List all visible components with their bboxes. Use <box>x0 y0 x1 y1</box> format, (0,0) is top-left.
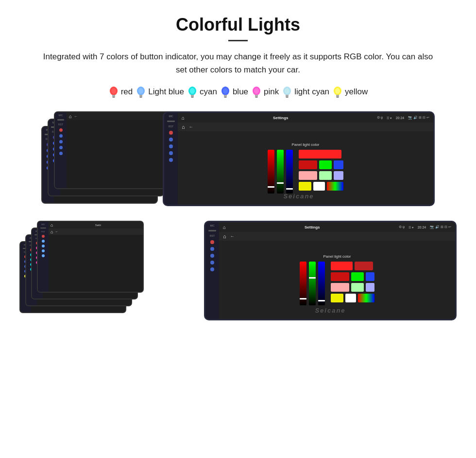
bulb-icon-blue <box>220 85 231 99</box>
svg-rect-19 <box>255 97 258 98</box>
panel-label-bottom: Panel light color <box>323 254 351 259</box>
svg-rect-22 <box>286 95 289 97</box>
stacked-device-3: MIC RST ⌂ ← <box>54 111 170 189</box>
color-label-lightcyan: light cyan <box>294 87 329 97</box>
svg-point-1 <box>111 88 116 94</box>
bottom-device-section: MIC RST ⌂ Setti ⌂ ← <box>19 221 457 320</box>
svg-rect-2 <box>112 95 115 97</box>
color-item-red: red <box>108 85 133 99</box>
bulb-icon-yellow <box>332 85 343 99</box>
watermark-bottom: Seicane <box>315 307 345 314</box>
color-item-pink: pink <box>251 85 279 99</box>
svg-rect-10 <box>191 95 194 97</box>
color-item-lightcyan: light cyan <box>282 85 329 99</box>
bulb-icon-cyan <box>187 85 198 99</box>
color-item-yellow: yellow <box>332 85 368 99</box>
bulb-icon-lightblue <box>136 85 146 99</box>
top-device-time: 20:24 <box>396 116 405 120</box>
panel-content-top: Panel light color <box>268 142 343 194</box>
bottom-device-settings-label: Settings <box>230 225 394 229</box>
color-grid-bottom <box>331 262 374 302</box>
bulb-icon-red <box>108 85 119 99</box>
bulb-icon-lightcyan <box>282 85 292 99</box>
header-description: Integrated with 7 colors of button indic… <box>39 50 437 76</box>
color-label-red: red <box>121 87 133 97</box>
bottom-device-time: 20:24 <box>418 226 426 229</box>
color-label-yellow: yellow <box>345 87 368 97</box>
color-item-lightblue: Light blue <box>136 85 184 99</box>
watermark-top: Seicane <box>283 193 314 200</box>
color-item-cyan: cyan <box>187 85 217 99</box>
top-device-settings-label: Settings <box>188 116 373 120</box>
color-label-blue: blue <box>233 87 248 97</box>
svg-rect-3 <box>112 97 115 98</box>
colors-row: red Light blue <box>19 85 457 99</box>
stacked-devices-top: MIC RST ⌂ ← <box>41 111 168 206</box>
page-wrapper: Colorful Lights Integrated with 7 colors… <box>0 0 476 340</box>
bottom-stacked-4: MIC RST ⌂ Setti ⌂ ← <box>37 221 144 293</box>
panel-label-top: Panel light color <box>292 142 320 147</box>
stacked-devices-bottom: MIC RST ⌂ Setti ⌂ ← <box>19 221 209 320</box>
color-label-cyan: cyan <box>200 87 217 97</box>
svg-rect-15 <box>224 97 226 98</box>
svg-rect-18 <box>255 95 258 97</box>
color-label-pink: pink <box>264 87 279 97</box>
main-device-bottom: MIC RST ⌂ Settings ⚙ ψ ☰ ♥ 20:24 📷 🔊 <box>204 221 457 320</box>
svg-point-9 <box>190 88 195 94</box>
panel-content-bottom: Panel light color <box>300 254 374 305</box>
main-device-top: MIC RST ⌂ Settings ⚙ ψ ☰ ♥ 20:24 📷 🔊 <box>163 111 435 206</box>
color-grid-top <box>299 150 343 191</box>
svg-rect-27 <box>337 97 339 98</box>
bulb-icon-pink <box>251 85 262 99</box>
svg-rect-14 <box>224 95 227 97</box>
svg-rect-7 <box>140 97 142 98</box>
color-label-lightblue: Light blue <box>148 87 184 97</box>
svg-rect-6 <box>139 95 142 97</box>
svg-rect-23 <box>286 97 289 98</box>
svg-rect-11 <box>191 97 193 98</box>
svg-rect-26 <box>336 95 339 97</box>
svg-point-5 <box>138 88 143 94</box>
svg-point-21 <box>285 88 289 94</box>
svg-point-13 <box>223 88 228 94</box>
svg-point-17 <box>254 88 259 94</box>
header-divider <box>228 40 248 41</box>
top-device-section: MIC RST ⌂ ← <box>19 111 457 206</box>
svg-point-25 <box>335 88 340 94</box>
color-item-blue: blue <box>220 85 248 99</box>
page-title: Colorful Lights <box>19 15 457 35</box>
